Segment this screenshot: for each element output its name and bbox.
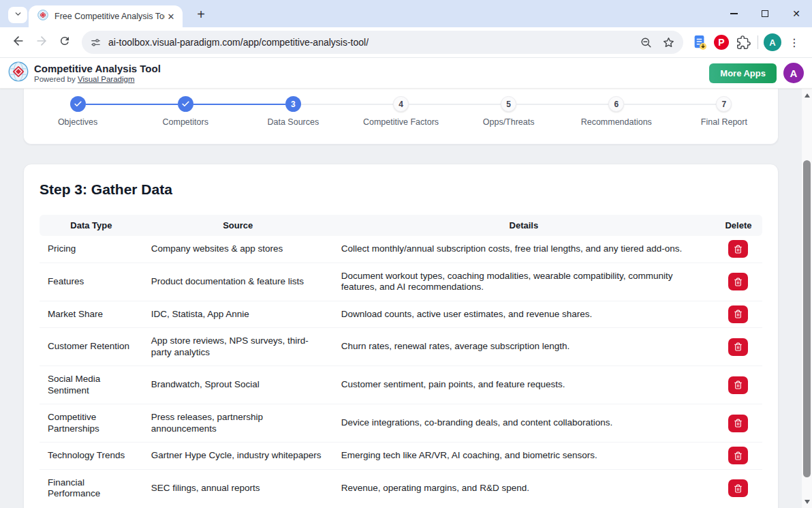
- cell-source: Gartner Hype Cycle, industry whitepapers: [143, 443, 333, 470]
- url-text[interactable]: ai-toolbox.visual-paradigm.com/app/compe…: [108, 37, 369, 48]
- trash-icon: [734, 245, 743, 254]
- step-circle-7[interactable]: 7: [716, 96, 732, 112]
- check-icon: [74, 100, 82, 108]
- stepper: ObjectivesCompetitors3Data Sources4Compe…: [24, 89, 778, 144]
- trash-icon: [734, 380, 743, 389]
- back-button[interactable]: [7, 31, 30, 54]
- cell-source: Company websites & app stores: [143, 236, 333, 263]
- pinterest-extension-icon[interactable]: P: [710, 31, 732, 53]
- trash-icon: [734, 278, 743, 286]
- extensions-puzzle-icon[interactable]: [732, 31, 754, 53]
- step-connector: [455, 104, 501, 105]
- table-row: Financial PerformanceSEC filings, annual…: [40, 469, 762, 507]
- stepper-step-competitors: Competitors: [131, 96, 239, 144]
- chevron-down-icon: [14, 9, 22, 21]
- browser-tab[interactable]: Free Competitive Analysis Tool ✕: [29, 5, 183, 27]
- table-body: PricingCompany websites & app storesColl…: [40, 236, 762, 507]
- app-title-block: Competitive Analysis Tool Powered by Vis…: [34, 63, 161, 83]
- step-row: [131, 96, 239, 112]
- step-label: Competitors: [163, 117, 208, 127]
- table-row: Technology TrendsGartner Hype Cycle, ind…: [40, 443, 762, 470]
- powered-by: Powered by Visual Paradigm: [34, 75, 161, 83]
- scrollbar-up-arrow[interactable]: [802, 90, 812, 100]
- step-circle-5[interactable]: 5: [501, 96, 516, 112]
- more-apps-button[interactable]: More Apps: [709, 63, 777, 83]
- cell-data-type: Customer Retention: [40, 328, 143, 366]
- address-bar[interactable]: ai-toolbox.visual-paradigm.com/app/compe…: [82, 31, 683, 54]
- step-label: Opps/Threats: [483, 117, 535, 127]
- step-circle-3[interactable]: 3: [285, 96, 301, 112]
- scrollbar-down-arrow[interactable]: [802, 496, 812, 507]
- forward-button[interactable]: [30, 31, 53, 54]
- delete-button[interactable]: [728, 273, 748, 290]
- cell-delete: [715, 301, 762, 328]
- powered-by-prefix: Powered by: [34, 75, 76, 83]
- stepper-step-competitive-factors: 4Competitive Factors: [347, 96, 454, 144]
- reading-list-extension-icon[interactable]: [689, 31, 710, 53]
- minimize-icon: [730, 13, 738, 14]
- delete-button[interactable]: [728, 240, 748, 258]
- zoom-out-icon[interactable]: [640, 36, 653, 49]
- delete-button[interactable]: [728, 338, 748, 356]
- table-header-row: Data TypeSourceDetailsDelete: [40, 215, 762, 236]
- stepper-step-data-sources: 3Data Sources: [239, 96, 347, 144]
- tab-strip: Free Competitive Analysis Tool ✕ + ✕: [0, 0, 812, 27]
- header-right: More Apps A: [709, 63, 812, 83]
- window-close-button[interactable]: ✕: [781, 0, 812, 27]
- cell-delete: [715, 443, 762, 470]
- visual-paradigm-link[interactable]: Visual Paradigm: [78, 75, 135, 83]
- step-label: Data Sources: [267, 117, 319, 127]
- step-circle-4[interactable]: 4: [393, 96, 409, 112]
- step-row: 3: [239, 96, 347, 112]
- step-connector: [86, 104, 132, 105]
- step-connector: [24, 104, 70, 105]
- scrollbar-thumb[interactable]: [803, 160, 811, 477]
- step-circle-2[interactable]: [178, 96, 193, 112]
- table-row: Social Media SentimentBrandwatch, Sprout…: [40, 366, 762, 404]
- step-connector: [239, 104, 285, 105]
- window-maximize-button[interactable]: [749, 0, 781, 27]
- delete-button[interactable]: [728, 305, 748, 323]
- tab-close-icon[interactable]: ✕: [165, 10, 177, 23]
- reload-button[interactable]: [53, 31, 76, 54]
- step-card: Step 3: Gather Data Data TypeSourceDetai…: [23, 164, 779, 508]
- step-row: 4: [347, 96, 454, 112]
- new-tab-button[interactable]: +: [192, 5, 210, 23]
- cell-data-type: Market Share: [40, 301, 143, 328]
- reload-icon: [59, 35, 71, 50]
- delete-button[interactable]: [728, 447, 748, 464]
- step-connector: [563, 104, 609, 105]
- stepper-step-recommendations: 6Recommendations: [563, 96, 670, 144]
- cell-data-type: Pricing: [40, 236, 143, 263]
- triangle-up-icon: [805, 93, 810, 98]
- table-row: Competitive PartnershipsPress releases, …: [40, 404, 762, 443]
- step-label: Final Report: [701, 117, 747, 127]
- browser-profile-button[interactable]: A: [762, 31, 783, 53]
- browser-menu-button[interactable]: ⋮: [783, 31, 805, 53]
- cell-source: Press releases, partnership announcement…: [143, 404, 333, 443]
- delete-button[interactable]: [728, 376, 748, 394]
- page-scrollbar[interactable]: [802, 89, 812, 508]
- page-title: Step 3: Gather Data: [40, 181, 762, 198]
- step-connector: [670, 104, 717, 105]
- tab-search-button[interactable]: [8, 7, 27, 23]
- bookmark-star-icon[interactable]: [662, 36, 675, 49]
- column-header-source: Source: [143, 215, 333, 236]
- cell-data-type: Social Media Sentiment: [40, 366, 143, 404]
- step-circle-6[interactable]: 6: [608, 96, 624, 112]
- cell-delete: [715, 404, 762, 443]
- step-label: Objectives: [58, 117, 97, 127]
- step-circle-1[interactable]: [70, 96, 86, 112]
- delete-button[interactable]: [728, 479, 748, 497]
- delete-button[interactable]: [728, 415, 748, 432]
- cell-delete: [715, 366, 762, 404]
- site-settings-icon[interactable]: [90, 37, 102, 48]
- step-row: [24, 96, 131, 112]
- app-header: Competitive Analysis Tool Powered by Vis…: [0, 58, 812, 89]
- data-sources-table: Data TypeSourceDetailsDelete PricingComp…: [40, 215, 762, 507]
- user-avatar[interactable]: A: [783, 63, 804, 83]
- window-minimize-button[interactable]: [718, 0, 749, 27]
- browser-toolbar: ai-toolbox.visual-paradigm.com/app/compe…: [0, 27, 812, 58]
- cell-details: Document workout types, coaching modalit…: [333, 263, 715, 301]
- step-row: 7: [670, 96, 778, 112]
